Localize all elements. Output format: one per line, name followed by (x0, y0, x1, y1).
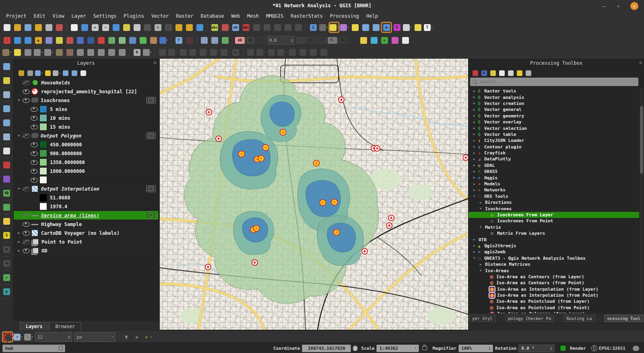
menu-help[interactable]: Help (363, 12, 382, 20)
elevation-profile-icon[interactable] (400, 35, 410, 45)
menu-edit[interactable]: Edit (30, 12, 49, 20)
zoom-in-icon[interactable]: + (90, 23, 100, 32)
copy-features-icon[interactable] (86, 47, 95, 57)
refresh-map-icon[interactable] (195, 23, 204, 32)
mouse-extent-icon[interactable] (351, 345, 359, 352)
expander-icon[interactable]: ▶ (16, 231, 22, 235)
messages-icon[interactable] (633, 346, 639, 351)
expander-icon[interactable]: ▶ (472, 121, 477, 124)
expander-icon[interactable]: ▶ (472, 114, 477, 117)
expander-icon[interactable]: ▼ (478, 207, 483, 210)
visibility-icon[interactable] (31, 169, 38, 174)
toolbox-item-dataplotly[interactable]: ▶◢DataPlotly (469, 156, 639, 162)
toolbox-item-hqgis[interactable]: ▶✻Hqgis (469, 174, 639, 181)
filter-expression-icon[interactable]: ▾ (53, 69, 61, 77)
snap-vertex-icon[interactable]: ∵▾ (13, 332, 23, 342)
snap-segment-dots-icon[interactable]: ⋱▾ (24, 332, 33, 342)
toolbox-item-isochrones-from-point[interactable]: ◎Isochrones From Point (469, 218, 639, 224)
close-button[interactable]: ✕ (630, 2, 638, 10)
redo-icon[interactable] (117, 47, 127, 57)
expander-icon[interactable]: ▶ (472, 170, 477, 173)
toolbox-item-iso-area-as-interpolation-from-point[interactable]: Iso-Area as Interpolation (from Point) (469, 292, 639, 298)
bottom-dock-tab[interactable]: ocessing Tool (605, 315, 643, 322)
osm-binoculars-icon[interactable] (44, 35, 54, 45)
visibility-icon[interactable] (31, 125, 38, 129)
expander-icon[interactable]: ▶ (478, 201, 483, 204)
visibility-icon[interactable] (23, 89, 30, 94)
edit-features-inplace-icon[interactable] (516, 69, 524, 77)
zoom-to-selection-icon[interactable] (122, 23, 131, 32)
current-edits-icon[interactable]: ▾ (2, 47, 12, 57)
ph-flag-icon[interactable] (2, 160, 12, 170)
menu-vector[interactable]: Vector (148, 12, 172, 20)
expander-icon[interactable]: ▶ (472, 96, 477, 99)
menu-raster[interactable]: Raster (172, 12, 197, 20)
layer-row-od[interactable]: ▶OD (14, 246, 158, 255)
open-layer-styling-icon[interactable] (17, 69, 25, 77)
expander-icon[interactable]: ▶ (472, 176, 477, 179)
toolbox-item-iso-area-as-interpolation-from-layer[interactable]: Iso-Area as Interpolation (from Layer) (469, 286, 639, 292)
layer-row-point-to-point[interactable]: ▶Point to Point (14, 238, 158, 246)
toolbox-item-qgis2threejs[interactable]: ▶▲Qgis2threejs (469, 243, 639, 249)
database-bucket-icon[interactable] (2, 146, 12, 156)
toolbox-item-matrix[interactable]: ▼Matrix (469, 224, 639, 230)
ors-tools-icon[interactable]: ◌ (2, 35, 12, 45)
expander-icon[interactable]: ▶ (472, 127, 477, 130)
expand-all-icon[interactable] (62, 69, 70, 77)
menu-project[interactable]: Project (2, 12, 30, 20)
globe-tools-icon[interactable] (86, 35, 95, 45)
zoom-full-icon[interactable] (111, 23, 121, 32)
toolbox-item-ors-tools[interactable]: ▼◌ORS Tools (469, 193, 639, 199)
layer-row-highway-sample[interactable]: Highway Sample (14, 220, 158, 229)
expander-icon[interactable]: ▶ (472, 90, 477, 93)
render-checkbox[interactable] (560, 345, 566, 351)
layer-row-service-area-lines[interactable]: Service area (lines) (14, 211, 158, 220)
toolbox-item-networks[interactable]: ▶✦Networks (469, 187, 639, 193)
bottom-dock-tab[interactable]: yer Styl (469, 315, 495, 322)
collapse-all-icon[interactable] (70, 69, 78, 77)
clear-search-icon[interactable]: ✕ (58, 346, 63, 351)
undo-arc-icon[interactable]: ▾ (159, 35, 169, 45)
visibility-icon[interactable] (23, 231, 30, 236)
label-abc-red-icon[interactable]: abc (241, 23, 251, 32)
magnifier-spinbox[interactable]: 100%▲▼ (458, 345, 493, 352)
undo-icon[interactable] (107, 47, 116, 57)
slyr-s-icon[interactable]: S (2, 230, 12, 240)
pan-to-selection-icon[interactable] (80, 23, 89, 32)
search-green-icon[interactable] (2, 202, 12, 212)
minimize-button[interactable]: – (601, 2, 608, 10)
open-attribute-table-icon[interactable] (361, 23, 370, 32)
move-feature-icon[interactable]: ▾ (142, 47, 152, 57)
vertex-tool-icon[interactable]: ▾ (44, 47, 54, 57)
layer-row-1978-4[interactable]: 1978.4 (14, 202, 158, 211)
add-table-icon[interactable]: + (380, 35, 389, 45)
layer-row-cartodb-voyager-no-labels[interactable]: ▶CartoDB Voyager (no labels) (14, 229, 158, 238)
profile-plot-icon[interactable] (390, 35, 400, 45)
undo-circle-icon[interactable]: ⟲ (2, 259, 12, 268)
toolbox-item-vector-geometry[interactable]: ▶QVector geometry (469, 113, 639, 119)
layer-indicator-badge[interactable] (146, 132, 156, 139)
tracing-bolt-icon[interactable]: ⚡▾ (142, 332, 152, 342)
options-wrench-icon[interactable] (524, 69, 533, 77)
p-circle-icon[interactable]: p (2, 287, 12, 296)
menu-processing[interactable]: Processing (326, 12, 363, 20)
expander-icon[interactable]: ▶ (472, 102, 477, 105)
expander-icon[interactable]: ▼ (16, 134, 22, 138)
t-minus-icon[interactable]: T- (328, 35, 337, 45)
modify-attributes-icon[interactable] (54, 47, 64, 57)
nominatim-hammer-icon[interactable] (149, 35, 158, 45)
menu-mesh[interactable]: Mesh (244, 12, 262, 20)
toolbox-item-vector-table[interactable]: ▶QVector table (469, 131, 639, 138)
osm-place-search-icon[interactable] (96, 35, 106, 45)
layout-manager-icon[interactable] (44, 23, 54, 32)
label-ab-icon[interactable]: ab (231, 23, 240, 32)
menu-plugins[interactable]: Plugins (120, 12, 148, 20)
layer-row-reprojected-amenity-hospital-22[interactable]: reprojected_amenity_hospital [22] (14, 87, 158, 96)
quickmap-services-icon[interactable] (107, 35, 116, 45)
remove-layer-icon[interactable] (79, 69, 87, 77)
layer-row-15-mins[interactable]: 15 mins (14, 123, 158, 131)
expander-icon[interactable]: ▶ (472, 145, 477, 148)
zoom-out-icon[interactable]: − (101, 23, 110, 32)
layer-row-1800-0000000[interactable]: 1800.0000000 (14, 167, 158, 176)
toolbox-item-qneat3-qgis-network-analysis-toolbox[interactable]: ▼⬚QNEAT3 - Qgis Network Analysis Toolbox (469, 255, 639, 261)
